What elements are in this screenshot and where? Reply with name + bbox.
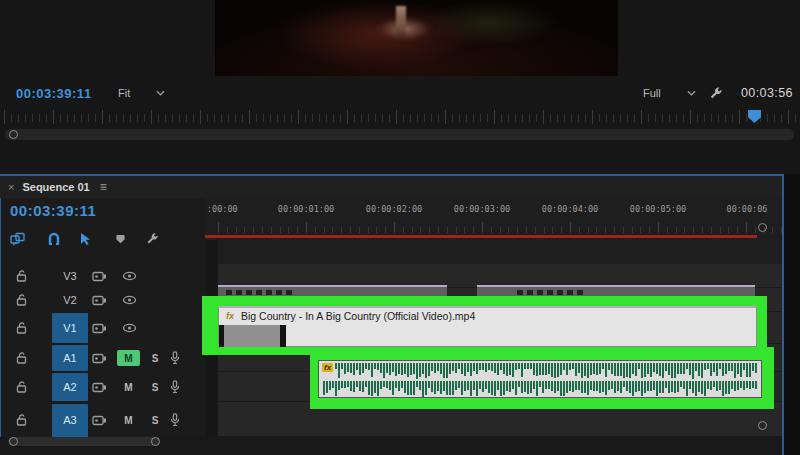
solo-button[interactable]: S bbox=[148, 412, 162, 428]
sync-lock-icon[interactable] bbox=[92, 295, 107, 306]
premiere-pro-window: 00:03:39:11 Fit Full 00:03:56 { } bbox=[0, 0, 800, 455]
track-target-a1[interactable]: A1 bbox=[52, 345, 88, 371]
linked-selection-icon[interactable] bbox=[76, 231, 96, 247]
eye-icon[interactable] bbox=[122, 271, 137, 281]
ruler-label: 00:00:04:00 bbox=[539, 204, 601, 214]
monitor-settings-wrench-icon[interactable] bbox=[706, 85, 724, 101]
track-header-v2: V2 bbox=[0, 288, 205, 312]
playback-resolution-select[interactable]: Full bbox=[643, 87, 696, 99]
clip-label-smudge bbox=[517, 290, 587, 295]
clip-v2-partial[interactable] bbox=[477, 285, 755, 296]
fx-badge[interactable]: fx bbox=[322, 363, 333, 372]
playback-resolution-value: Full bbox=[643, 87, 661, 99]
timeline-tab-bar: × Sequence 01 ≡ bbox=[0, 176, 782, 198]
waveform-channel-right bbox=[323, 381, 758, 397]
panel-menu-icon[interactable]: ≡ bbox=[100, 180, 107, 194]
mute-button[interactable]: M bbox=[117, 412, 140, 428]
horizontal-zoom-scrollbar[interactable] bbox=[8, 437, 160, 446]
right-panel-gutter bbox=[784, 174, 800, 455]
track-target-v2[interactable]: V2 bbox=[52, 291, 88, 309]
program-monitor-panel: 00:03:39:11 Fit Full 00:03:56 { } bbox=[0, 0, 800, 174]
close-panel-icon[interactable]: × bbox=[8, 181, 14, 193]
clip-v2-partial[interactable] bbox=[218, 285, 447, 296]
clip-label-smudge bbox=[226, 290, 296, 295]
video-preview-frame bbox=[215, 0, 618, 76]
ruler-label: 00:00:03:00 bbox=[451, 204, 513, 214]
monitor-current-timecode: 00:03:39:11 bbox=[16, 86, 92, 101]
timeline-ruler[interactable]: :00:00 00:00:01:00 00:00:02:00 00:00:03:… bbox=[205, 204, 782, 216]
ruler-label: 00:00:05:00 bbox=[627, 204, 689, 214]
track-target-a3[interactable]: A3 bbox=[52, 404, 88, 437]
ruler-label: 00:00:02:00 bbox=[363, 204, 425, 214]
ruler-label: 00:00:01:00 bbox=[275, 204, 337, 214]
timeline-current-timecode: 00:03:39:11 bbox=[10, 202, 96, 219]
vertical-scrollbar-handle[interactable] bbox=[758, 223, 767, 232]
track-target-v1[interactable]: V1 bbox=[52, 313, 88, 343]
track-target-v3[interactable]: V3 bbox=[52, 267, 88, 285]
sync-lock-icon[interactable] bbox=[92, 415, 107, 426]
audio-clip[interactable]: fx bbox=[318, 360, 762, 398]
render-status-bar bbox=[205, 235, 757, 238]
zoom-level-value: Fit bbox=[118, 87, 130, 99]
tab-sequence-01[interactable]: Sequence 01 bbox=[22, 181, 89, 193]
zoom-level-select[interactable]: Fit bbox=[118, 87, 165, 99]
transport-controls: { } bbox=[0, 146, 800, 172]
sync-lock-icon[interactable] bbox=[92, 382, 107, 393]
clip-segment-divider bbox=[280, 325, 286, 347]
mute-button[interactable]: M bbox=[117, 350, 140, 366]
track-header-a2: A2MS bbox=[0, 372, 205, 402]
track-header-v1: V1 bbox=[0, 312, 205, 344]
lock-icon[interactable] bbox=[16, 270, 27, 282]
sync-lock-icon[interactable] bbox=[92, 271, 107, 282]
chevron-down-icon bbox=[687, 90, 696, 96]
monitor-scrollbar-handle[interactable] bbox=[9, 130, 18, 139]
solo-button[interactable]: S bbox=[148, 379, 162, 395]
vertical-scrollbar-handle[interactable] bbox=[758, 421, 767, 430]
chevron-down-icon bbox=[156, 90, 165, 96]
video-figure bbox=[396, 6, 406, 38]
monitor-duration-timecode: 00:03:56 bbox=[741, 86, 793, 100]
microphone-icon[interactable] bbox=[170, 413, 180, 427]
waveform-channel-left bbox=[335, 363, 758, 379]
sync-lock-icon[interactable] bbox=[92, 323, 107, 334]
mute-button[interactable]: M bbox=[117, 379, 140, 395]
timeline-ruler-ticks bbox=[218, 222, 782, 233]
video-clip-v1[interactable]: fx Big Country - In A Big Country (Offic… bbox=[218, 306, 757, 347]
timeline-add-marker-icon[interactable] bbox=[110, 231, 130, 247]
eye-icon[interactable] bbox=[122, 323, 137, 333]
snap-magnet-icon[interactable] bbox=[44, 231, 64, 247]
track-target-a2[interactable]: A2 bbox=[52, 373, 88, 401]
lock-icon[interactable] bbox=[16, 414, 27, 426]
nest-toggle-icon[interactable] bbox=[8, 231, 28, 247]
ruler-label: 00:00:06 bbox=[716, 204, 778, 214]
fx-badge[interactable]: fx bbox=[226, 311, 234, 321]
zoom-scrollbar-handle-right[interactable] bbox=[151, 437, 160, 446]
eye-icon[interactable] bbox=[122, 295, 137, 305]
microphone-icon[interactable] bbox=[170, 351, 180, 365]
program-monitor-video bbox=[215, 0, 618, 76]
solo-button[interactable]: S bbox=[148, 350, 162, 366]
lock-icon[interactable] bbox=[16, 294, 27, 306]
lock-icon[interactable] bbox=[16, 352, 27, 364]
video-clip-name: Big Country - In A Big Country (Official… bbox=[241, 310, 475, 322]
lock-icon[interactable] bbox=[16, 381, 27, 393]
track-header-a1: A1MS bbox=[0, 344, 205, 372]
microphone-icon[interactable] bbox=[170, 380, 180, 394]
clip-thumbnail-strip bbox=[224, 325, 280, 347]
monitor-time-ruler[interactable] bbox=[4, 110, 796, 127]
monitor-scrollbar[interactable] bbox=[5, 129, 794, 140]
zoom-scrollbar-handle-left[interactable] bbox=[9, 437, 18, 446]
timeline-settings-wrench-icon[interactable] bbox=[142, 231, 162, 247]
track-header-a3: A3MS bbox=[0, 402, 205, 437]
ruler-label: :00:00 bbox=[207, 204, 269, 214]
sync-lock-icon[interactable] bbox=[92, 353, 107, 364]
track-header-v3: V3 bbox=[0, 264, 205, 288]
lock-icon[interactable] bbox=[16, 322, 27, 334]
